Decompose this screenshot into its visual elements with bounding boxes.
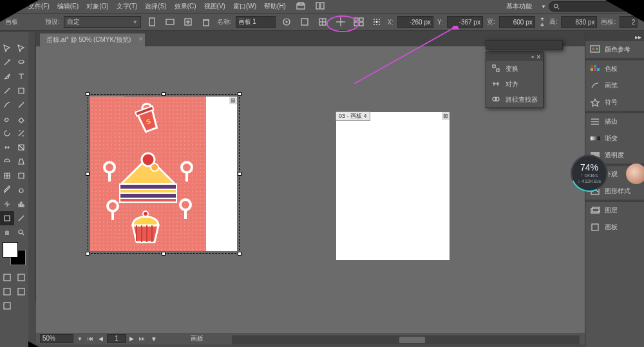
selection-handle[interactable]: [238, 252, 242, 256]
symbol-sprayer-tool[interactable]: [0, 197, 14, 211]
selection-handle[interactable]: [86, 92, 90, 96]
panel-header[interactable]: «×: [486, 52, 543, 61]
y-input[interactable]: -367 px: [447, 16, 483, 28]
gradient-tool[interactable]: [14, 169, 28, 183]
nav-first-icon[interactable]: ⏮: [86, 334, 95, 343]
show-center-icon[interactable]: [316, 15, 330, 29]
delete-artboard-icon[interactable]: [199, 15, 213, 29]
nav-next-icon[interactable]: ▶: [128, 334, 137, 343]
artboard-name-input[interactable]: 画板 1: [236, 16, 276, 28]
rotate-tool[interactable]: [0, 126, 14, 140]
panel-row[interactable]: 变换: [486, 61, 543, 77]
slice-tool[interactable]: [14, 211, 28, 225]
eraser-tool[interactable]: [14, 112, 28, 126]
eyedropper-tool[interactable]: [0, 183, 14, 197]
zoom-input[interactable]: 50%: [40, 334, 73, 343]
line-tool[interactable]: [0, 84, 14, 98]
selection-handle[interactable]: [86, 172, 90, 176]
mesh-tool[interactable]: [0, 169, 14, 183]
shape-builder-tool[interactable]: [0, 155, 14, 169]
blob-brush-tool[interactable]: [0, 112, 14, 126]
lasso-tool[interactable]: [14, 55, 28, 70]
nav-prev-icon[interactable]: ◀: [97, 334, 106, 343]
nav-menu-icon[interactable]: ▼: [151, 335, 157, 342]
panel-tab[interactable]: 符号: [585, 94, 644, 111]
panel-row[interactable]: 对齐: [486, 77, 543, 92]
close-tab-icon[interactable]: ×: [138, 35, 142, 42]
screen-mode-icon[interactable]: [14, 285, 28, 299]
menu-item[interactable]: 选择(S): [141, 1, 170, 11]
selection-tool[interactable]: [0, 41, 14, 55]
artboard-options-icon[interactable]: [298, 15, 312, 29]
change-screen-icon[interactable]: [0, 299, 14, 313]
panel-tab[interactable]: 颜色参考: [585, 41, 644, 58]
orientation-landscape-icon[interactable]: [163, 15, 177, 29]
rectangle-tool[interactable]: [14, 84, 28, 98]
network-badge[interactable]: 74% ↑ 0KB/s ↓ 432KB/s: [572, 156, 607, 191]
panel-tab[interactable]: 画笔: [585, 77, 644, 94]
selection-handle[interactable]: [238, 172, 242, 176]
collapse-dock-icon[interactable]: ▸▸: [585, 32, 644, 41]
pencil-tool[interactable]: [14, 98, 28, 112]
selection-handle[interactable]: [238, 92, 242, 96]
graph-tool[interactable]: [14, 197, 28, 211]
panel-tab[interactable]: 描边: [585, 113, 644, 130]
dock-strip[interactable]: [28, 32, 36, 303]
width-tool[interactable]: [0, 140, 14, 155]
paintbrush-tool[interactable]: [0, 98, 14, 112]
x-input[interactable]: -260 px: [397, 16, 433, 28]
menu-item[interactable]: 编辑(E): [53, 1, 82, 11]
floating-panel-stub[interactable]: [486, 40, 563, 50]
none-mode-icon[interactable]: [0, 285, 14, 299]
menu-item[interactable]: 文字(T): [113, 1, 142, 11]
menu-item[interactable]: 窗口(W): [229, 1, 260, 11]
pen-tool[interactable]: [0, 70, 14, 84]
grid-options-icon[interactable]: [352, 15, 366, 29]
menu-item[interactable]: 对象(O): [82, 1, 112, 11]
selection-handle[interactable]: [162, 92, 166, 96]
menu-item[interactable]: 视图(V): [200, 1, 229, 11]
height-input[interactable]: 830 px: [561, 16, 597, 28]
reference-point-icon[interactable]: [370, 15, 384, 29]
floating-panel[interactable]: «× 变换对齐路径查找器: [486, 52, 544, 108]
panel-tab[interactable]: 画板: [585, 219, 644, 236]
panel-tab[interactable]: 色板: [585, 61, 644, 77]
panel-tab[interactable]: 图层: [585, 202, 644, 219]
link-wh-icon[interactable]: [539, 17, 545, 27]
horizontal-scrollbar[interactable]: [232, 335, 580, 344]
hand-tool[interactable]: [0, 225, 14, 239]
direct-selection-tool[interactable]: [14, 41, 28, 55]
selection-handle[interactable]: [86, 252, 90, 256]
perspective-grid-tool[interactable]: [14, 155, 28, 169]
width-input[interactable]: 600 px: [499, 16, 535, 28]
nav-last-icon[interactable]: ⏭: [138, 334, 147, 343]
menu-item[interactable]: 帮助(H): [260, 1, 290, 11]
color-mode-icon[interactable]: [0, 270, 14, 285]
selection-handle[interactable]: [162, 252, 166, 256]
artboard-tool[interactable]: [0, 211, 14, 225]
artboard-close-icon[interactable]: ⊠: [442, 112, 450, 120]
arrange-icon[interactable]: [312, 1, 328, 12]
color-swatch[interactable]: [3, 242, 26, 265]
close-icon[interactable]: ×: [536, 53, 540, 61]
new-artboard-icon[interactable]: [181, 15, 195, 29]
artboard-page-input[interactable]: 1: [107, 334, 126, 343]
panel-min-icon[interactable]: «: [531, 54, 534, 60]
scale-tool[interactable]: [14, 126, 28, 140]
type-tool[interactable]: [14, 70, 28, 84]
bridge-icon[interactable]: [292, 1, 309, 12]
magic-wand-tool[interactable]: [0, 55, 14, 70]
zoom-tool[interactable]: [14, 225, 28, 239]
show-crosshair-icon[interactable]: [334, 15, 348, 29]
workspace-switcher[interactable]: 基本功能: [500, 1, 538, 12]
document-tab[interactable]: 蛋糕.ai* @ 50% (CMYK/预览) ×: [40, 33, 145, 46]
orientation-portrait-icon[interactable]: [145, 15, 159, 29]
panel-tab[interactable]: 渐变: [585, 130, 644, 147]
panel-row[interactable]: 路径查找器: [486, 92, 543, 108]
free-transform-tool[interactable]: [14, 140, 28, 155]
move-with-artboard-icon[interactable]: [279, 15, 294, 29]
avatar[interactable]: [626, 164, 644, 184]
scroll-thumb[interactable]: [399, 337, 425, 343]
menu-item[interactable]: 效果(C): [171, 1, 200, 11]
blend-tool[interactable]: [14, 183, 28, 197]
